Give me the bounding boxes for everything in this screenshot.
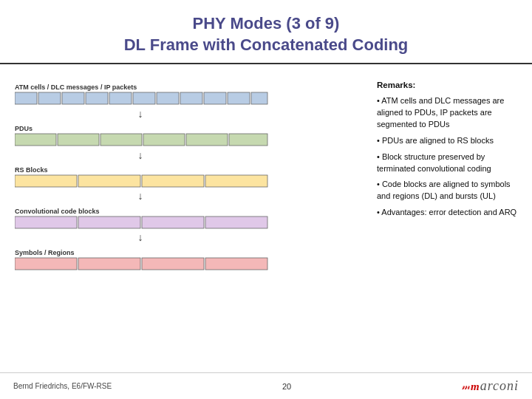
footer-page-number: 20 <box>282 382 291 391</box>
svg-rect-7 <box>157 92 179 104</box>
svg-text:↓: ↓ <box>138 231 143 243</box>
svg-text:PDUs: PDUs <box>15 125 33 132</box>
svg-text:↓: ↓ <box>138 108 143 120</box>
svg-rect-25 <box>205 175 267 187</box>
svg-rect-17 <box>143 134 185 146</box>
svg-rect-11 <box>251 92 267 104</box>
svg-rect-24 <box>142 175 204 187</box>
remark-item-1: ATM cells and DLC messages are aligned t… <box>377 95 522 131</box>
svg-rect-35 <box>78 258 140 270</box>
svg-text:↓: ↓ <box>138 149 143 161</box>
remark-item-3: Block structure preserved by terminated … <box>377 151 522 175</box>
footer-section: Bernd Friedrichs, E6/FW-RSE 20 𝓂 marconi <box>0 372 532 399</box>
svg-rect-2 <box>38 92 61 104</box>
svg-rect-15 <box>58 134 99 146</box>
footer-logo: 𝓂 marconi <box>462 378 519 394</box>
remarks-list: ATM cells and DLC messages are aligned t… <box>377 95 522 219</box>
svg-rect-34 <box>15 258 77 270</box>
svg-rect-29 <box>78 216 140 228</box>
svg-rect-31 <box>205 216 267 228</box>
svg-rect-37 <box>205 258 267 270</box>
svg-rect-16 <box>100 134 142 146</box>
svg-text:ATM cells / DLC messages / IP : ATM cells / DLC messages / IP packets <box>15 83 137 91</box>
remark-item-5: Advantages: error detection and ARQ <box>377 207 522 219</box>
svg-rect-36 <box>142 258 204 270</box>
main-content: ATM cells / DLC messages / IP packets ↓ … <box>0 64 532 378</box>
footer-author: Bernd Friedrichs, E6/FW-RSE <box>13 382 112 390</box>
diagram-svg: ATM cells / DLC messages / IP packets ↓ … <box>15 79 281 352</box>
svg-rect-5 <box>109 92 132 104</box>
title-line2: DL Frame with Concatenated Coding <box>124 35 409 54</box>
svg-rect-19 <box>229 134 267 146</box>
logo-text: marconi <box>471 378 519 394</box>
svg-rect-4 <box>86 92 108 104</box>
svg-text:RS Blocks: RS Blocks <box>15 166 48 174</box>
svg-rect-18 <box>186 134 228 146</box>
svg-rect-28 <box>15 216 77 228</box>
svg-rect-23 <box>78 175 140 187</box>
diagram-area: ATM cells / DLC messages / IP packets ↓ … <box>0 72 369 378</box>
svg-rect-10 <box>228 92 250 104</box>
remark-item-4: Code blocks are aligned to symbols and r… <box>377 179 522 202</box>
slide-container: PHY Modes (3 of 9) DL Frame with Concate… <box>0 0 532 399</box>
header-section: PHY Modes (3 of 9) DL Frame with Concate… <box>0 0 532 64</box>
svg-rect-8 <box>180 92 202 104</box>
remarks-title: Remarks: <box>377 79 522 92</box>
remarks-area: Remarks: ATM cells and DLC messages are … <box>369 72 532 378</box>
svg-rect-3 <box>62 92 84 104</box>
svg-rect-6 <box>133 92 155 104</box>
page-title: PHY Modes (3 of 9) DL Frame with Concate… <box>15 13 517 55</box>
title-line1: PHY Modes (3 of 9) <box>193 14 340 33</box>
svg-text:Symbols / Regions: Symbols / Regions <box>15 249 75 256</box>
svg-rect-1 <box>15 92 37 104</box>
svg-text:↓: ↓ <box>138 190 143 202</box>
remark-item-2: PDUs are aligned to RS blocks <box>377 135 522 147</box>
svg-rect-22 <box>15 175 77 187</box>
logo-hat-icon: 𝓂 <box>462 380 470 392</box>
svg-rect-30 <box>142 216 204 228</box>
svg-rect-9 <box>204 92 226 104</box>
svg-rect-14 <box>15 134 56 146</box>
svg-text:Convolutional code blocks: Convolutional code blocks <box>15 208 100 215</box>
